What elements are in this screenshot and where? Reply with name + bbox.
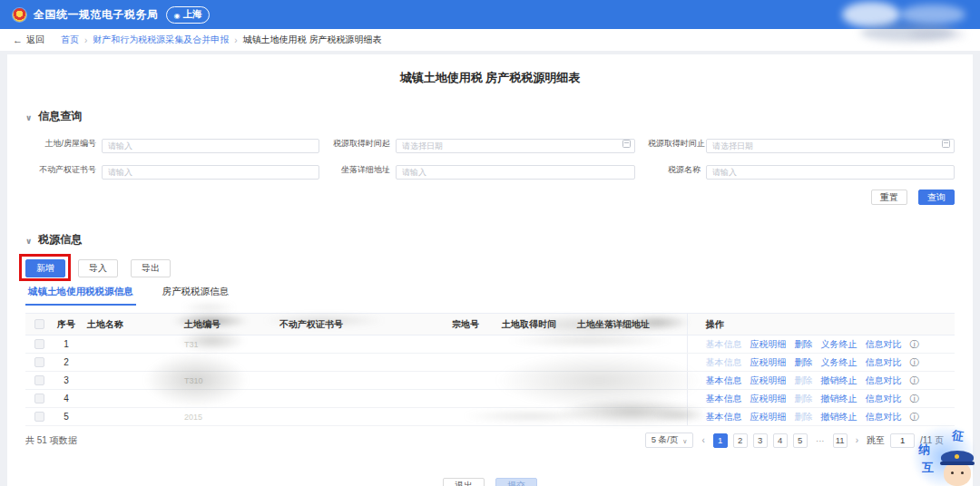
section-source-header[interactable]: 税源信息 — [25, 232, 955, 248]
source-name-input[interactable] — [706, 165, 955, 180]
row-checkbox[interactable] — [34, 357, 44, 367]
page-button-4[interactable]: 4 — [773, 433, 788, 448]
acquire-date-to-input[interactable] — [706, 139, 955, 153]
field-acquire-date-to: 税源取得时间止 — [648, 136, 955, 151]
back-button[interactable]: 返回 — [13, 34, 44, 46]
add-button[interactable]: 新增 — [25, 259, 65, 277]
action-info-compare[interactable]: 信息对比 — [866, 357, 902, 367]
page-button-2[interactable]: 2 — [733, 433, 748, 448]
acquire-date-from-input[interactable] — [396, 139, 635, 153]
cell-acquire-time — [495, 372, 570, 390]
col-acquire-time: 土地取得时间 — [495, 314, 570, 335]
breadcrumb-current: 城镇土地使用税 房产税税源明细表 — [243, 34, 382, 46]
cell-address — [570, 354, 687, 372]
action-tax-detail[interactable]: 应税明细 — [750, 412, 787, 422]
action-tax-detail[interactable]: 应税明细 — [750, 375, 787, 385]
action-revoke-end[interactable]: 撤销终止 — [821, 394, 858, 403]
row-checkbox[interactable] — [34, 412, 44, 422]
select-all-checkbox[interactable] — [34, 319, 44, 329]
breadcrumb-bar: 返回 首页 财产和行为税税源采集及合并申报 城镇土地使用税 房产税税源明细表 — [0, 29, 980, 51]
action-delete[interactable]: 删除 — [795, 412, 813, 422]
land-house-no-input[interactable] — [102, 139, 319, 153]
page-title: 城镇土地使用税 房产税税源明细表 — [25, 54, 955, 86]
info-icon[interactable] — [910, 357, 919, 367]
page-button-11[interactable]: 11 — [833, 433, 848, 448]
location-selector[interactable]: 上海 — [166, 6, 211, 24]
address-input[interactable] — [396, 165, 635, 180]
tax-bureau-emblem-icon — [13, 8, 26, 22]
info-icon[interactable] — [910, 412, 919, 422]
page-size-select[interactable]: 5 条/页 — [645, 433, 694, 448]
location-label: 上海 — [182, 8, 201, 21]
field-estate-cert-no: 不动产权证书号 — [25, 162, 319, 177]
table-row: 4 基本信息应税明细删除撤销终止信息对比 — [25, 390, 955, 408]
action-basic-info[interactable]: 基本信息 — [706, 412, 742, 422]
jump-label: 跳至 — [867, 434, 885, 447]
breadcrumb-separator-icon — [84, 35, 87, 45]
assistant-mascot[interactable]: 征 纳 互 — [913, 428, 975, 486]
breadcrumb-home[interactable]: 首页 — [61, 34, 79, 46]
calendar-icon — [622, 140, 631, 148]
breadcrumb-collection[interactable]: 财产和行为税税源采集及合并申报 — [93, 34, 229, 46]
cell-address — [570, 390, 687, 408]
cell-land-name — [80, 390, 177, 408]
import-button[interactable]: 导入 — [78, 259, 118, 277]
col-land-name: 土地名称 — [80, 314, 177, 335]
export-button[interactable]: 导出 — [131, 259, 171, 277]
location-pin-icon — [174, 9, 181, 20]
tab-land-use-tax[interactable]: 城镇土地使用税税源信息 — [25, 286, 136, 306]
page-button-3[interactable]: 3 — [753, 433, 768, 448]
action-revoke-end[interactable]: 撤销终止 — [821, 375, 858, 385]
reset-button[interactable]: 重置 — [871, 190, 907, 205]
action-obligation-end[interactable]: 义务终止 — [821, 357, 858, 367]
cell-land-code: T310 — [177, 372, 272, 390]
mascot-char: 互 — [922, 460, 934, 476]
breadcrumb: 首页 财产和行为税税源采集及合并申报 城镇土地使用税 房产税税源明细表 — [61, 34, 381, 46]
field-acquire-date-from: 税源取得时间起 — [332, 136, 635, 151]
next-page-button[interactable] — [853, 435, 861, 445]
prev-page-button[interactable] — [699, 435, 707, 445]
action-basic-info[interactable]: 基本信息 — [706, 357, 742, 367]
action-basic-info[interactable]: 基本信息 — [706, 339, 742, 349]
action-tax-detail[interactable]: 应税明细 — [750, 357, 787, 367]
submit-button[interactable]: 提交 — [495, 478, 537, 486]
action-info-compare[interactable]: 信息对比 — [866, 339, 902, 349]
page-button-5[interactable]: 5 — [793, 433, 808, 448]
info-icon[interactable] — [910, 339, 919, 349]
action-info-compare[interactable]: 信息对比 — [866, 394, 902, 403]
info-icon[interactable] — [910, 375, 919, 385]
field-address: 坐落详细地址 — [332, 162, 635, 177]
action-basic-info[interactable]: 基本信息 — [706, 375, 742, 385]
search-button[interactable]: 查询 — [918, 190, 955, 205]
mascot-char: 纳 — [918, 442, 930, 458]
action-basic-info[interactable]: 基本信息 — [706, 394, 742, 403]
action-delete[interactable]: 删除 — [795, 375, 813, 385]
info-icon[interactable] — [910, 394, 919, 403]
jump-page-input[interactable] — [890, 433, 915, 448]
cell-parcel-no — [445, 408, 495, 426]
page-button-1[interactable]: 1 — [713, 433, 728, 448]
row-checkbox[interactable] — [34, 339, 44, 349]
action-tax-detail[interactable]: 应税明细 — [750, 394, 787, 403]
cell-acquire-time — [495, 354, 570, 372]
section-query-header[interactable]: 信息查询 — [25, 109, 955, 124]
estate-cert-no-input[interactable] — [102, 165, 319, 180]
action-delete[interactable]: 删除 — [795, 394, 813, 403]
cell-land-code — [177, 390, 272, 408]
table-row: 1 T31 基本信息应税明细删除义务终止信息对比 — [25, 335, 955, 354]
action-obligation-end[interactable]: 义务终止 — [821, 339, 858, 349]
cell-address — [570, 335, 687, 354]
row-checkbox[interactable] — [34, 394, 44, 403]
action-tax-detail[interactable]: 应税明细 — [750, 339, 787, 349]
action-revoke-end[interactable]: 撤销终止 — [821, 412, 858, 422]
cell-cert-no — [272, 390, 445, 408]
tab-property-tax[interactable]: 房产税税源信息 — [160, 286, 232, 306]
row-checkbox[interactable] — [34, 375, 44, 385]
action-info-compare[interactable]: 信息对比 — [866, 375, 902, 385]
action-delete[interactable]: 删除 — [795, 339, 813, 349]
page-ellipsis[interactable]: ··· — [813, 433, 828, 448]
exit-button[interactable]: 退出 — [443, 478, 485, 486]
action-delete[interactable]: 删除 — [795, 357, 813, 367]
col-address: 土地坐落详细地址 — [570, 314, 687, 335]
action-info-compare[interactable]: 信息对比 — [866, 412, 902, 422]
